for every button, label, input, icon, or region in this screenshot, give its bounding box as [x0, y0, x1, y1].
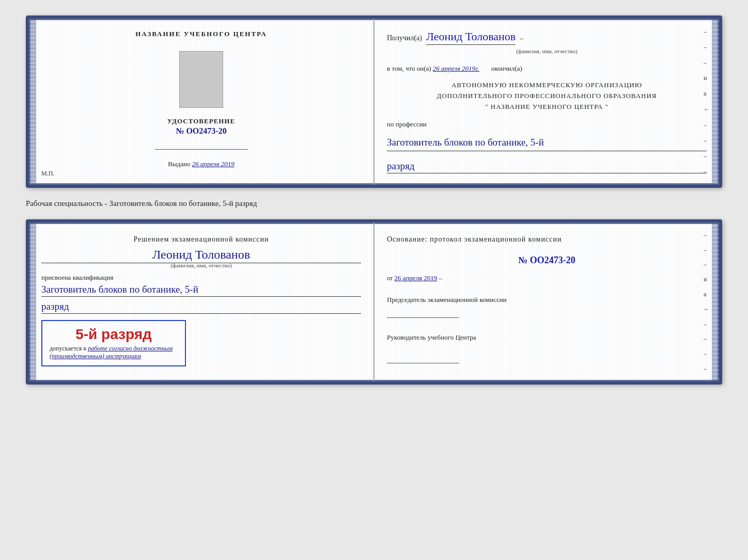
spine-left-2 [29, 222, 36, 381]
bottom-exam-card: Решением экзаменационной комиссии Леонид… [26, 219, 722, 385]
resheniem-title: Решением экзаменационной комиссии [41, 234, 361, 245]
okonchil-label: окончил(а) [491, 65, 522, 72]
vydano-label: Выдано [168, 160, 190, 168]
exam-right-panel: Основание: протокол экзаменационной коми… [375, 222, 719, 381]
org-block: АВТОНОМНУЮ НЕКОММЕРЧЕСКУЮ ОРГАНИЗАЦИЮ ДО… [387, 80, 707, 112]
fio-handwritten: Леонид Толованов [426, 30, 516, 45]
po-professii-label: по профессии [387, 120, 707, 129]
poluchil-label: Получил(a) [387, 34, 422, 42]
ot-date-value: 26 апреля 2019 [394, 274, 437, 282]
prisvoena-label: присвоена квалификация [41, 274, 361, 282]
center-title: НАЗВАНИЕ УЧЕБНОГО ЦЕНТРА [135, 30, 267, 38]
osnovanie-title: Основание: протокол экзаменационной коми… [387, 234, 707, 245]
kvalif-handwritten: Заготовитель блоков по ботанике, 5-й [41, 284, 361, 297]
predsedatel-title: Председатель экзаменационной комиссии [387, 295, 707, 305]
exam-left-panel: Решением экзаменационной комиссии Леонид… [29, 222, 375, 381]
vydano-date: 26 апреля 2019 [192, 160, 235, 168]
udost-title: УДОСТОВЕРЕНИЕ [167, 117, 235, 125]
photo-placeholder [179, 51, 223, 108]
udost-number: № OO2473-20 [167, 126, 235, 136]
fio-handwritten-large: Леонид Толованов [41, 248, 361, 263]
org-name: " НАЗВАНИЕ УЧЕБНОГО ЦЕНТРА " [387, 102, 707, 113]
stamp-box: 5-й разряд допускается к работе согласно… [41, 320, 186, 366]
rukovoditel-signature-line [387, 352, 459, 363]
razryad-handwritten: разряд [387, 161, 707, 173]
vtom-line: в том, что он(а) 26 апреля 2019г. окончи… [387, 65, 707, 73]
resheniem-line1: Решением экзаменационной комиссии [133, 235, 269, 243]
fio-hint-2: (фамилия, имя, отчество) [41, 262, 361, 268]
spine-left [29, 19, 36, 185]
vtom-date: 26 апреля 2019г. [433, 65, 479, 72]
rukovoditel-block: Руководитель учебного Центра [387, 332, 707, 363]
udost-block: УДОСТОВЕРЕНИЕ № OO2473-20 [167, 117, 235, 136]
poluchil-block: Получил(a) Леонид Толованов – [387, 30, 707, 45]
org-line2: ДОПОЛНИТЕЛЬНОГО ПРОФЕССИОНАЛЬНОГО ОБРАЗО… [387, 91, 707, 102]
right-edge-marks: – – – и а ← – – – – [703, 19, 711, 185]
vtom-label: в том, что он(а) [387, 65, 431, 72]
cert-left-panel: НАЗВАНИЕ УЧЕБНОГО ЦЕНТРА УДОСТОВЕРЕНИЕ №… [29, 19, 375, 185]
org-line1: АВТОНОМНУЮ НЕКОММЕРЧЕСКУЮ ОРГАНИЗАЦИЮ [387, 80, 707, 91]
mp-label: М.П. [41, 170, 54, 178]
spine-right-2 [712, 222, 719, 381]
fio-hint: (фамилия, имя, отчество) [387, 48, 707, 54]
stamp-razryad: 5-й разряд [50, 326, 178, 343]
dopuskaetsya-line: допускается к работе согласно должностны… [50, 345, 178, 360]
middle-label: Рабочая специальность - Заготовитель бло… [26, 197, 722, 210]
spine-right [712, 19, 719, 185]
ot-date-line: от 26 апреля 2019 – [387, 274, 707, 282]
razryad2-handwritten: разряд [41, 301, 361, 314]
vydano-line: Выдано 26 апреля 2019 [168, 160, 235, 168]
profession-handwritten: Заготовитель блоков по ботанике, 5-й [387, 136, 707, 151]
top-certificate-card: НАЗВАНИЕ УЧЕБНОГО ЦЕНТРА УДОСТОВЕРЕНИЕ №… [26, 15, 722, 188]
ot-label: от [387, 275, 393, 282]
rukovoditel-title: Руководитель учебного Центра [387, 332, 707, 343]
dopuskaetsya-label: допускается к [50, 345, 86, 352]
protocol-number: № OO2473-20 [387, 255, 707, 266]
right-edge-marks-2: – – – и а ← – – – – [703, 222, 711, 381]
predsedatel-block: Председатель экзаменационной комиссии [387, 295, 707, 318]
predsedatel-signature-line [387, 307, 459, 318]
page-wrapper: НАЗВАНИЕ УЧЕБНОГО ЦЕНТРА УДОСТОВЕРЕНИЕ №… [10, 10, 738, 390]
cert-right-panel: Получил(a) Леонид Толованов – (фамилия, … [375, 19, 719, 185]
